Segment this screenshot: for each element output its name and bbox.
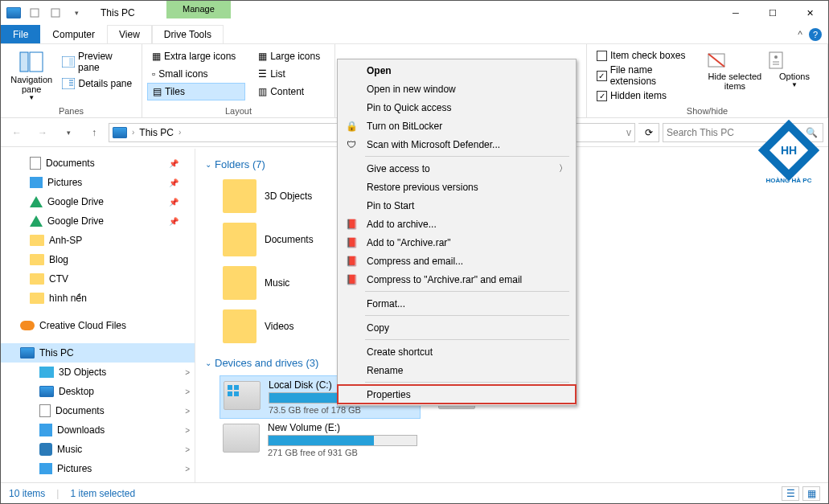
tab-view[interactable]: View: [107, 25, 152, 43]
pc-icon: [113, 127, 127, 138]
ctx-compress-email[interactable]: 📕Compress and email...: [338, 252, 576, 270]
qat-item[interactable]: [46, 3, 65, 23]
refresh-button[interactable]: ⟳: [638, 123, 659, 142]
options-button[interactable]: Options ▼: [765, 46, 824, 88]
minimize-ribbon-icon[interactable]: ^: [798, 29, 802, 40]
preview-pane-button[interactable]: Preview pane: [59, 49, 138, 75]
details-pane-button[interactable]: Details pane: [59, 76, 138, 91]
tree-item[interactable]: Documents>: [1, 401, 195, 420]
ctx-open-new-window[interactable]: Open in new window: [338, 80, 576, 98]
hidden-items-toggle[interactable]: ✓Hidden items: [593, 89, 702, 102]
ctx-pin-to-start[interactable]: Pin to Start: [338, 196, 576, 215]
folder-icon: [30, 254, 44, 265]
navigation-pane-button[interactable]: Navigation pane ▼: [4, 46, 59, 101]
drive-new-volume-e[interactable]: New Volume (E:) 271 GB free of 931 GB: [220, 419, 421, 461]
layout-list[interactable]: ☰List: [253, 65, 330, 83]
item-check-boxes-toggle[interactable]: Item check boxes: [593, 49, 702, 62]
tree-item[interactable]: Blog: [1, 250, 195, 269]
group-label-panes: Panes: [4, 106, 138, 117]
layout-extra-large-icons[interactable]: ▦Extra large icons: [147, 47, 245, 65]
back-button[interactable]: ←: [6, 121, 28, 144]
preview-pane-label: Preview pane: [78, 51, 135, 73]
tab-drive-tools[interactable]: Drive Tools: [152, 25, 224, 43]
address-dropdown-icon[interactable]: v: [626, 127, 631, 138]
drive-icon: [224, 381, 261, 410]
file-name-extensions-toggle[interactable]: ✓File name extensions: [593, 64, 702, 88]
svg-rect-1: [51, 9, 60, 17]
layout-content[interactable]: ▥Content: [253, 83, 330, 100]
help-icon[interactable]: ?: [809, 28, 822, 41]
layout-large-icons[interactable]: ▦Large icons: [253, 47, 330, 65]
drive-name: New Volume (E:): [268, 422, 417, 433]
drive-icon: [223, 424, 260, 453]
ctx-copy[interactable]: Copy: [338, 318, 576, 337]
folder-icon: [223, 179, 256, 213]
navigation-pane-label: Navigation pane: [4, 75, 59, 94]
tree-item[interactable]: Downloads>: [1, 420, 195, 440]
tree-item[interactable]: CTV: [1, 269, 195, 289]
svg-rect-5: [69, 58, 73, 66]
tree-item[interactable]: 3D Objects>: [1, 363, 195, 382]
tree-item[interactable]: Pictures📌: [1, 173, 195, 192]
maximize-button[interactable]: ☐: [754, 1, 791, 25]
ctx-add-to-rar[interactable]: 📕Add to "Archive.rar": [338, 233, 576, 252]
navigation-tree[interactable]: Documents📌Pictures📌Google Drive📌Google D…: [1, 149, 195, 482]
qat-dropdown[interactable]: ▾: [67, 3, 86, 23]
breadcrumb-this-pc[interactable]: This PC: [139, 127, 174, 138]
ctx-add-to-archive[interactable]: 📕Add to archive...: [338, 215, 576, 233]
close-button[interactable]: ✕: [791, 1, 828, 25]
tree-item[interactable]: Pictures>: [1, 459, 195, 478]
svg-point-13: [774, 55, 778, 59]
tab-computer[interactable]: Computer: [40, 25, 107, 43]
tree-item[interactable]: Google Drive📌: [1, 211, 195, 231]
folder-icon: [30, 235, 44, 246]
ctx-bitlocker[interactable]: 🔒Turn on BitLocker: [338, 117, 576, 135]
chevron-icon: >: [185, 407, 190, 416]
ctx-give-access-to[interactable]: Give access to〉: [338, 159, 576, 178]
tree-this-pc[interactable]: This PC: [1, 343, 195, 363]
pic-icon: [39, 463, 52, 474]
folder-icon: [30, 293, 44, 304]
tree-item[interactable]: Google Drive📌: [1, 192, 195, 211]
view-tiles-button[interactable]: ▦: [802, 486, 820, 501]
tree-item[interactable]: hình nền: [1, 289, 195, 308]
tab-file[interactable]: File: [1, 25, 40, 43]
ctx-format[interactable]: Format...: [338, 294, 576, 313]
pin-icon: 📌: [169, 198, 179, 207]
tree-item[interactable]: Music>: [1, 440, 195, 459]
ctx-pin-quick-access[interactable]: Pin to Quick access: [338, 98, 576, 117]
pin-icon: 📌: [169, 217, 179, 226]
recent-locations-button[interactable]: ▾: [57, 121, 80, 144]
gdrive-icon: [30, 215, 43, 227]
folder-icon: [223, 223, 256, 256]
ctx-open[interactable]: Open: [338, 61, 576, 80]
layout-tiles[interactable]: ▤Tiles: [147, 83, 245, 100]
ctx-restore-previous[interactable]: Restore previous versions: [338, 178, 576, 196]
drive-free-text: 271 GB free of 931 GB: [268, 448, 417, 457]
ctx-defender-scan[interactable]: 🛡Scan with Microsoft Defender...: [338, 135, 576, 154]
svg-rect-12: [769, 52, 782, 68]
gdrive-icon: [30, 196, 43, 207]
tree-creative-cloud[interactable]: Creative Cloud Files: [1, 316, 195, 335]
tree-item[interactable]: Anh-SP: [1, 231, 195, 250]
hide-selected-items-button[interactable]: Hide selected items: [705, 46, 765, 91]
ctx-rename[interactable]: Rename: [338, 361, 576, 379]
app-icon[interactable]: [4, 3, 23, 23]
cloud-icon: [20, 321, 35, 330]
minimize-button[interactable]: ─: [717, 1, 754, 25]
winrar-icon: 📕: [344, 217, 359, 232]
submenu-arrow-icon: 〉: [559, 162, 568, 174]
ctx-properties[interactable]: Properties: [338, 385, 576, 404]
view-details-button[interactable]: ☰: [782, 486, 799, 501]
ctx-compress-rar-email[interactable]: 📕Compress to "Archive.rar" and email: [338, 270, 576, 289]
tree-item[interactable]: Desktop>: [1, 382, 195, 401]
tree-item[interactable]: Documents📌: [1, 154, 195, 173]
folder-icon: [223, 266, 256, 300]
forward-button[interactable]: →: [31, 121, 54, 144]
winrar-icon: 📕: [344, 254, 359, 268]
up-button[interactable]: ↑: [83, 121, 105, 144]
qat-item[interactable]: [25, 3, 44, 23]
dl-icon: [39, 424, 52, 436]
layout-small-icons[interactable]: ▫Small icons: [147, 65, 245, 83]
ctx-create-shortcut[interactable]: Create shortcut: [338, 342, 576, 361]
